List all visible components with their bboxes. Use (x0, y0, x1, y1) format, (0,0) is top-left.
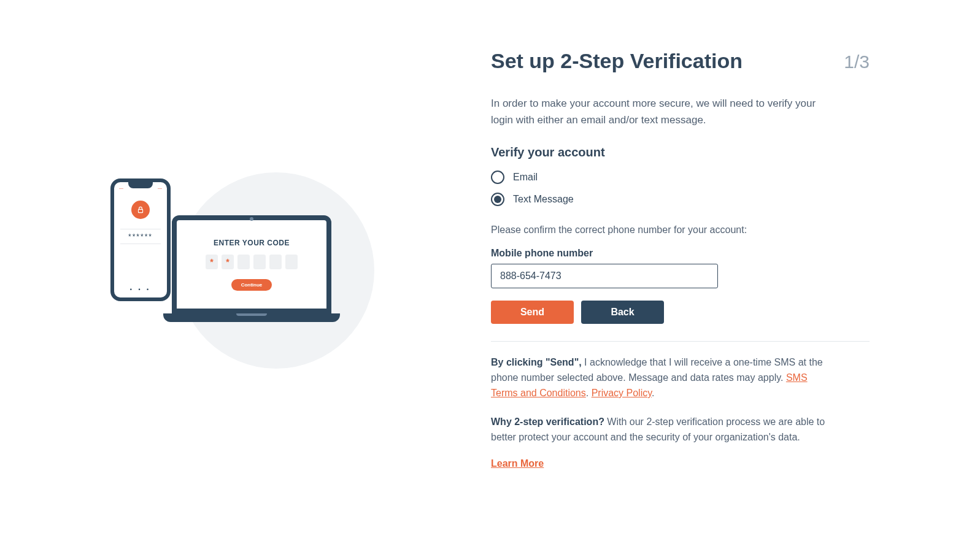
privacy-policy-link[interactable]: Privacy Policy (592, 388, 652, 398)
radio-icon (491, 171, 504, 184)
intro-text: In order to make your account more secur… (491, 95, 835, 128)
learn-more-link[interactable]: Learn More (491, 458, 544, 469)
confirm-text: Please confirm the correct phone number … (491, 224, 870, 236)
verification-illustration: —— ****** • • • ENTER YOUR CODE (104, 148, 387, 393)
lock-icon (131, 201, 150, 219)
page-title: Set up 2-Step Verification (491, 49, 743, 73)
step-indicator: 1/3 (844, 52, 870, 72)
radio-text-message[interactable]: Text Message (491, 193, 870, 206)
radio-email[interactable]: Email (491, 171, 870, 184)
send-button[interactable]: Send (491, 301, 574, 324)
phone-field-label: Mobile phone number (491, 248, 870, 259)
laptop-icon: ENTER YOUR CODE * * Continue (172, 215, 331, 322)
phone-input[interactable] (491, 264, 718, 288)
phone-icon: —— ****** • • • (110, 178, 171, 301)
radio-label: Text Message (513, 194, 574, 205)
why-explanation: Why 2-step verification? With our 2-step… (491, 415, 835, 445)
divider (491, 341, 870, 342)
back-button[interactable]: Back (581, 301, 664, 324)
svg-rect-0 (139, 209, 143, 212)
illustration-panel: —— ****** • • • ENTER YOUR CODE (0, 0, 491, 541)
form-panel: Set up 2-Step Verification 1/3 In order … (491, 0, 980, 541)
radio-icon (491, 193, 504, 206)
radio-label: Email (513, 172, 538, 183)
verify-method-group: Email Text Message (491, 171, 870, 206)
sms-disclaimer: By clicking "Send", I acknowledge that I… (491, 355, 835, 401)
verify-heading: Verify your account (491, 145, 870, 159)
